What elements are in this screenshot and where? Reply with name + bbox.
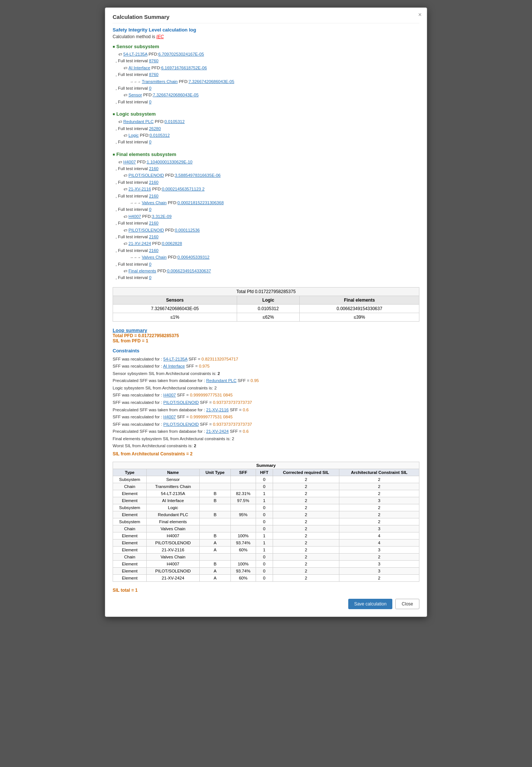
table-cell: 0	[256, 574, 273, 581]
table-cell: 2	[273, 490, 339, 497]
footer-buttons: Save calculation Close	[113, 599, 419, 609]
table-row: ChainValves Chain023	[113, 525, 419, 532]
log-line: 21-XV-2116 PFD:0.000214563571123 2	[113, 186, 419, 192]
table-row: ElementH4007B100%124	[113, 532, 419, 539]
pfd-pct-logic: ≤62%	[237, 313, 299, 321]
table-cell: H4007	[147, 560, 200, 567]
table-cell: Chain	[113, 483, 147, 490]
table-row: Element21-XV-2424A60%022	[113, 574, 419, 581]
table-cell: 1	[256, 497, 273, 504]
log-line: Final elements PFD:0.00662349154330637	[113, 268, 419, 274]
sil-arch-constraints: SIL from Architectural Constraints = 2	[113, 451, 419, 456]
constraints-title: Constraints	[113, 348, 419, 353]
table-cell: B	[199, 497, 230, 504]
table-cell: 2	[339, 504, 419, 511]
table-cell: 0	[256, 483, 273, 490]
table-cell: A	[199, 567, 230, 574]
table-cell	[199, 518, 230, 525]
table-cell: 2	[273, 476, 339, 483]
loop-total-pfd: Total PFD = 0.017227958285375	[113, 333, 179, 338]
table-cell	[199, 525, 230, 532]
calc-method-link[interactable]: IEC	[156, 34, 164, 39]
table-cell: 2	[339, 476, 419, 483]
table-cell: 2	[273, 483, 339, 490]
table-cell: Final elements	[147, 518, 200, 525]
constraint-line: Worst SIL from Architectural constraints…	[113, 442, 419, 450]
table-cell: 60%	[231, 546, 256, 553]
total-pfd-cell: Total Pfd 0.017227958285375	[113, 287, 419, 296]
table-cell: 2	[273, 497, 339, 504]
close-button[interactable]: Close	[395, 599, 419, 609]
log-line: Logic PFD:0.0105312	[113, 132, 419, 139]
summary-table: Summary Type Name Unit Type SFF HFT Corr…	[113, 462, 419, 582]
log-line: , Full test interval 2160	[113, 179, 419, 186]
table-row: Element54-LT-2135AB82.31%122	[113, 490, 419, 497]
table-cell: 2	[339, 553, 419, 560]
pfd-header-final: Final elements	[300, 296, 419, 304]
table-cell: Chain	[113, 525, 147, 532]
table-cell: 3	[339, 546, 419, 553]
table-cell: Element	[113, 497, 147, 504]
constraint-line: Final elements sybsystem SIL from Archit…	[113, 435, 419, 443]
table-cell: 3	[339, 525, 419, 532]
table-cell: 54-LT-2135A	[147, 490, 200, 497]
constraint-line: Sensor sybsystem SIL from Architectural …	[113, 370, 419, 378]
table-cell: 0	[256, 504, 273, 511]
table-cell: 2	[273, 546, 339, 553]
table-cell: Chain	[113, 553, 147, 560]
log-line: , Full test interval 0	[113, 99, 419, 105]
table-cell: A	[199, 539, 230, 546]
table-cell: 0	[256, 567, 273, 574]
table-cell: 0	[256, 525, 273, 532]
table-cell	[231, 483, 256, 490]
table-cell: 97.5%	[231, 497, 256, 504]
log-line: 54-LT-2135A PFD:6.70970253024167E-05	[113, 51, 419, 57]
log-line: , Full test interval 2160	[113, 165, 419, 172]
log-line: Redundant PLC PFD:0.0105312	[113, 118, 419, 125]
constraint-line: SFF was recalculated for : PILOT/SOLENOI…	[113, 421, 419, 428]
table-cell: Element	[113, 560, 147, 567]
log-line: H4007 PFD:3.312E-09	[113, 213, 419, 220]
table-cell: 2	[273, 511, 339, 518]
log-line: Valves Chain PFD:0.000218152231306368	[113, 199, 419, 206]
table-cell: 2	[273, 553, 339, 560]
table-cell: Transmitters Chain	[147, 483, 200, 490]
constraint-line: Precalculated SFF was taken from databas…	[113, 406, 419, 414]
log-line: , Full test interval 2160	[113, 247, 419, 254]
loop-summary-title[interactable]: Loop summary	[113, 328, 147, 333]
table-row: ChainValves Chain022	[113, 553, 419, 560]
table-cell: 1	[256, 532, 273, 539]
table-cell: PILOT/SOLENOID	[147, 539, 200, 546]
table-cell: Valves Chain	[147, 553, 200, 560]
table-cell: 100%	[231, 560, 256, 567]
close-icon[interactable]: ×	[418, 11, 422, 18]
table-row: ElementRedundant PLCB95%022	[113, 511, 419, 518]
table-cell: 2	[339, 483, 419, 490]
table-cell: 60%	[231, 574, 256, 581]
log-line: , Full test interval 0	[113, 139, 419, 145]
log-line: Transmitters Chain PFD:7.32667420686043E…	[113, 78, 419, 85]
table-cell: A	[199, 574, 230, 581]
log-line: 21-XV-2424 PFD:0.0062828	[113, 240, 419, 247]
table-row: ChainTransmitters Chain022	[113, 483, 419, 490]
sensor-subsystem-title: Sensor subsystem	[113, 44, 419, 49]
table-cell	[231, 504, 256, 511]
log-line: , Full test interval 26280	[113, 125, 419, 132]
table-cell: 3	[339, 497, 419, 504]
log-line: , Full test interval 0	[113, 274, 419, 281]
log-line: PILOT/SOLENOID PFD:3.58854978316635E-06	[113, 172, 419, 179]
table-cell: Element	[113, 539, 147, 546]
logic-subsystem-title: Logic subsystem	[113, 111, 419, 117]
table-cell: 1	[256, 539, 273, 546]
table-cell: PILOT/SOLENOID	[147, 567, 200, 574]
table-cell: 93.74%	[231, 539, 256, 546]
table-cell	[199, 504, 230, 511]
col-corrected-sil: Corrected required SIL	[273, 469, 339, 476]
constraints-section: Constraints SFF was recalculated for : 5…	[113, 348, 419, 456]
final-elements-subsystem: Final elements subsystem H4007 PFD:1.104…	[113, 152, 419, 281]
save-calculation-button[interactable]: Save calculation	[348, 599, 392, 609]
table-cell: 2	[339, 518, 419, 525]
table-cell: 21-XV-2424	[147, 574, 200, 581]
table-cell: Logic	[147, 504, 200, 511]
log-line: , Full test interval 2160	[113, 193, 419, 199]
